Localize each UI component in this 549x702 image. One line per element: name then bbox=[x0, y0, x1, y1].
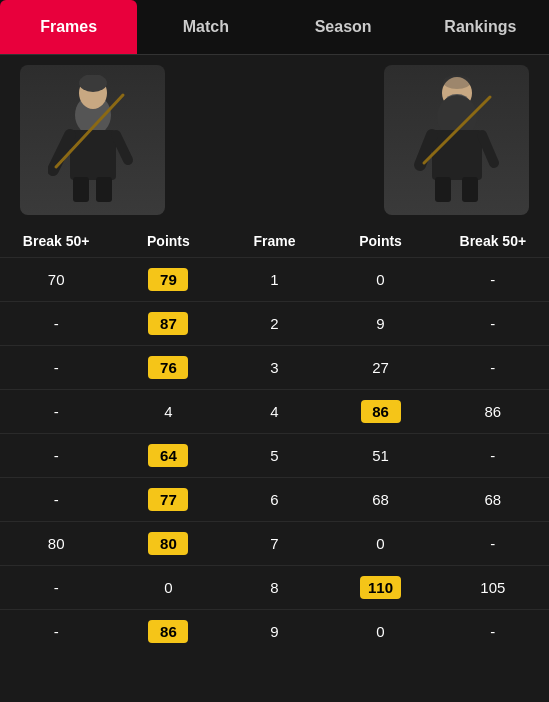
table-row: -7766868 bbox=[0, 478, 549, 522]
points-left-cell: 80 bbox=[112, 522, 224, 566]
break50-right-cell: - bbox=[437, 522, 549, 566]
break50-left-cell: - bbox=[0, 566, 112, 610]
points-right-cell: 68 bbox=[324, 478, 436, 522]
points-right-cell: 0 bbox=[324, 610, 436, 654]
break50-right-cell: - bbox=[437, 302, 549, 346]
tab-rankings[interactable]: Rankings bbox=[412, 0, 549, 54]
break50-left-cell: 70 bbox=[0, 258, 112, 302]
header-break50-right: Break 50+ bbox=[437, 225, 549, 258]
points-right-cell: 27 bbox=[324, 346, 436, 390]
points-left-cell: 0 bbox=[112, 566, 224, 610]
table-row: -64551- bbox=[0, 434, 549, 478]
break50-right-cell: - bbox=[437, 346, 549, 390]
tab-match[interactable]: Match bbox=[137, 0, 274, 54]
points-right-cell: 51 bbox=[324, 434, 436, 478]
frame-cell: 1 bbox=[225, 258, 325, 302]
table-row: -8690- bbox=[0, 610, 549, 654]
points-left-cell: 87 bbox=[112, 302, 224, 346]
break50-left-cell: 80 bbox=[0, 522, 112, 566]
header-break50-left: Break 50+ bbox=[0, 225, 112, 258]
break50-right-cell: - bbox=[437, 610, 549, 654]
table-row: -448686 bbox=[0, 390, 549, 434]
svg-point-11 bbox=[443, 75, 471, 89]
frame-cell: 4 bbox=[225, 390, 325, 434]
break50-left-cell: - bbox=[0, 302, 112, 346]
svg-rect-18 bbox=[462, 177, 478, 202]
frame-cell: 9 bbox=[225, 610, 325, 654]
table-row: -76327- bbox=[0, 346, 549, 390]
table-row: 808070- bbox=[0, 522, 549, 566]
points-right-cell: 0 bbox=[324, 258, 436, 302]
table-row: -08110105 bbox=[0, 566, 549, 610]
frame-cell: 3 bbox=[225, 346, 325, 390]
points-right-cell: 86 bbox=[324, 390, 436, 434]
stats-table: Break 50+ Points Frame Points Break 50+ … bbox=[0, 225, 549, 653]
break50-right-cell: 68 bbox=[437, 478, 549, 522]
svg-line-5 bbox=[116, 135, 128, 160]
player1-avatar bbox=[20, 65, 165, 215]
frame-cell: 6 bbox=[225, 478, 325, 522]
break50-right-cell: - bbox=[437, 258, 549, 302]
svg-rect-7 bbox=[73, 177, 89, 202]
frame-cell: 2 bbox=[225, 302, 325, 346]
frame-cell: 7 bbox=[225, 522, 325, 566]
player2-avatar bbox=[384, 65, 529, 215]
break50-left-cell: - bbox=[0, 478, 112, 522]
points-left-cell: 64 bbox=[112, 434, 224, 478]
table-row: 707910- bbox=[0, 258, 549, 302]
svg-rect-8 bbox=[96, 177, 112, 202]
header-frame: Frame bbox=[225, 225, 325, 258]
points-left-cell: 4 bbox=[112, 390, 224, 434]
break50-right-cell: 86 bbox=[437, 390, 549, 434]
tab-frames[interactable]: Frames bbox=[0, 0, 137, 54]
break50-right-cell: - bbox=[437, 434, 549, 478]
svg-rect-13 bbox=[432, 130, 482, 180]
svg-rect-3 bbox=[70, 130, 116, 180]
break50-right-cell: 105 bbox=[437, 566, 549, 610]
points-right-cell: 110 bbox=[324, 566, 436, 610]
break50-left-cell: - bbox=[0, 610, 112, 654]
frame-cell: 8 bbox=[225, 566, 325, 610]
points-left-cell: 86 bbox=[112, 610, 224, 654]
svg-rect-17 bbox=[435, 177, 451, 202]
points-right-cell: 9 bbox=[324, 302, 436, 346]
svg-line-15 bbox=[482, 135, 494, 163]
table-row: -8729- bbox=[0, 302, 549, 346]
tab-navigation: Frames Match Season Rankings bbox=[0, 0, 549, 55]
points-left-cell: 77 bbox=[112, 478, 224, 522]
break50-left-cell: - bbox=[0, 390, 112, 434]
players-row bbox=[0, 55, 549, 225]
break50-left-cell: - bbox=[0, 346, 112, 390]
break50-left-cell: - bbox=[0, 434, 112, 478]
points-right-cell: 0 bbox=[324, 522, 436, 566]
header-points-left: Points bbox=[112, 225, 224, 258]
tab-season[interactable]: Season bbox=[275, 0, 412, 54]
points-left-cell: 79 bbox=[112, 258, 224, 302]
header-points-right: Points bbox=[324, 225, 436, 258]
points-left-cell: 76 bbox=[112, 346, 224, 390]
frame-cell: 5 bbox=[225, 434, 325, 478]
